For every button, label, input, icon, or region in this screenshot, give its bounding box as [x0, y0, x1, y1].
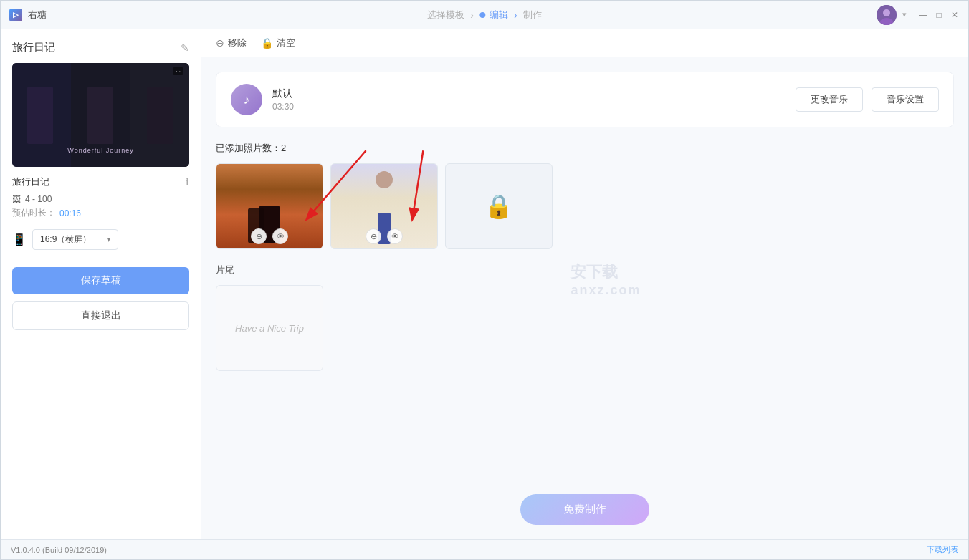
user-avatar[interactable]: [877, 5, 897, 25]
make-button[interactable]: 免费制作: [520, 494, 649, 525]
music-duration: 03:30: [272, 102, 294, 112]
step-edit-label: 编辑: [490, 9, 508, 21]
aspect-row: 📱 16:9（横屏） ▾: [12, 229, 189, 250]
svg-point-1: [883, 9, 890, 16]
ending-text: Have a Nice Trip: [235, 323, 304, 334]
remove-button[interactable]: ⊖ 移除: [216, 37, 247, 49]
titlebar-left: ▷ 右糖: [9, 9, 47, 21]
music-section: ♪ 默认 03:30 更改音乐 音乐设置: [216, 72, 954, 127]
step-make[interactable]: 制作: [523, 9, 542, 21]
window-controls: — □ ✕: [918, 10, 960, 20]
ending-label: 片尾: [216, 264, 954, 276]
template-preview: Wonderful Journey ···: [12, 63, 189, 167]
step-select-label: 选择模板: [427, 9, 464, 21]
titlebar: ▷ 右糖 选择模板 › 编辑 › 制作: [1, 1, 968, 29]
statusbar: V1.0.4.0 (Build 09/12/2019) 下载列表: [1, 539, 968, 559]
photo-1-actions: ⊖ 👁: [251, 228, 288, 244]
duration-value: 00:16: [59, 208, 81, 218]
right-panel: ⊖ 移除 🔒 清空 ♪: [201, 29, 968, 539]
photo-slot-2[interactable]: ⊖ 👁: [330, 163, 438, 249]
chevron-down-icon: ▾: [107, 236, 110, 243]
download-list-link[interactable]: 下载列表: [927, 544, 958, 555]
step-arrow-1: ›: [470, 9, 474, 21]
placeholder-lock-icon: 🔒: [484, 193, 513, 220]
preview-badge: ···: [173, 67, 183, 75]
photos-section: 已添加照片数：2 ⊖ 👁: [216, 142, 954, 249]
main-window: ▷ 右糖 选择模板 › 编辑 › 制作: [0, 0, 969, 560]
music-icon: ♪: [231, 84, 262, 115]
sidebar-title: 旅行日记: [12, 41, 55, 54]
minimize-button[interactable]: —: [918, 10, 928, 20]
info-icon[interactable]: ℹ: [186, 176, 189, 188]
make-section: 免费制作: [201, 487, 968, 539]
clear-button[interactable]: 🔒 清空: [261, 37, 295, 49]
maximize-button[interactable]: □: [934, 10, 944, 20]
change-music-button[interactable]: 更改音乐: [796, 87, 863, 112]
music-right: 更改音乐 音乐设置: [796, 87, 939, 112]
app-logo: ▷: [9, 9, 22, 21]
photos-grid: ⊖ 👁 ⊖: [216, 163, 954, 249]
remove-label: 移除: [228, 37, 247, 49]
photo-1-remove-btn[interactable]: ⊖: [251, 228, 267, 244]
lock-icon: 🔒: [261, 37, 273, 49]
sidebar: 旅行日记 ✎ Wonderful Journey ···: [1, 29, 201, 539]
photo-2-view-btn[interactable]: 👁: [387, 228, 403, 244]
titlebar-right: ▾ — □ ✕: [877, 5, 960, 25]
step-edit[interactable]: 编辑: [479, 9, 508, 21]
photos-label: 已添加照片数：: [216, 143, 281, 153]
photo-2-actions: ⊖ 👁: [366, 228, 403, 244]
photo-count-meta: 🖼 4 - 100: [12, 194, 189, 204]
aspect-select-value: 16:9（横屏）: [40, 233, 91, 246]
photo-1-view-btn[interactable]: 👁: [272, 228, 288, 244]
step-arrow-2: ›: [514, 9, 517, 21]
music-info: 默认 03:30: [272, 87, 294, 112]
close-button[interactable]: ✕: [950, 10, 960, 20]
step-edit-dot: [479, 12, 485, 18]
exit-button[interactable]: 直接退出: [12, 301, 189, 330]
ending-card[interactable]: Have a Nice Trip: [216, 285, 323, 371]
aspect-icon: 📱: [12, 233, 27, 246]
photos-header: 已添加照片数：2: [216, 142, 954, 155]
music-left: ♪ 默认 03:30: [231, 84, 294, 115]
minus-circle-icon: ⊖: [216, 37, 224, 49]
sidebar-actions: 保存草稿 直接退出: [12, 267, 189, 330]
sidebar-header: 旅行日记 ✎: [12, 41, 189, 54]
version-text: V1.0.4.0 (Build 09/12/2019): [11, 546, 107, 554]
step-select[interactable]: 选择模板: [427, 9, 464, 21]
user-dropdown-arrow[interactable]: ▾: [902, 10, 907, 19]
app-title-text: 右糖: [28, 9, 47, 21]
music-settings-button[interactable]: 音乐设置: [872, 87, 939, 112]
ending-section: 片尾 Have a Nice Trip: [216, 264, 954, 371]
titlebar-steps: 选择模板 › 编辑 › 制作: [427, 9, 541, 21]
right-panel-scroll: ♪ 默认 03:30 更改音乐 音乐设置: [201, 57, 968, 539]
main-content: 旅行日记 ✎ Wonderful Journey ···: [1, 29, 968, 539]
photo-2-remove-btn[interactable]: ⊖: [366, 228, 381, 244]
panel-content: ♪ 默认 03:30 更改音乐 音乐设置: [201, 57, 968, 487]
duration-meta: 预估时长： 00:16: [12, 207, 189, 219]
photos-count: 2: [281, 143, 286, 153]
clear-label: 清空: [277, 37, 295, 49]
template-name-row: 旅行日记 ℹ: [12, 175, 189, 188]
step-make-label: 制作: [523, 9, 542, 21]
save-draft-button[interactable]: 保存草稿: [12, 267, 189, 294]
music-name: 默认: [272, 87, 294, 100]
photo-slot-placeholder[interactable]: 🔒: [445, 163, 553, 249]
template-name-label: 旅行日记: [12, 175, 49, 188]
duration-label: 预估时长：: [12, 207, 55, 219]
edit-icon[interactable]: ✎: [181, 42, 189, 54]
photo-count-icon: 🖼: [12, 194, 21, 204]
aspect-select[interactable]: 16:9（横屏） ▾: [32, 229, 118, 250]
photo-count-value: 4 - 100: [25, 194, 52, 204]
panel-toolbar: ⊖ 移除 🔒 清空: [201, 29, 968, 57]
preview-text: Wonderful Journey: [67, 147, 133, 154]
photo-slot-1[interactable]: ⊖ 👁: [216, 163, 323, 249]
